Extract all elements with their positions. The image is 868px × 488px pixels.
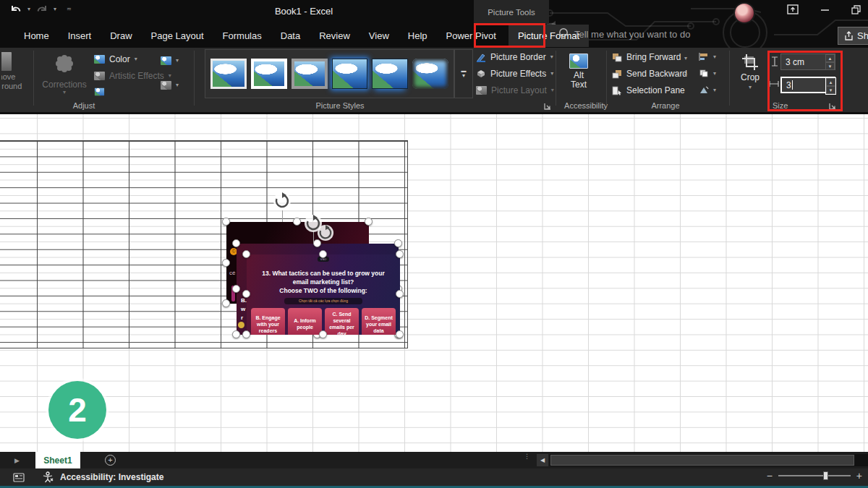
picture-border-icon [476, 53, 486, 62]
selection-handle[interactable] [319, 330, 327, 338]
alt-text-icon [569, 53, 588, 69]
account-avatar[interactable] [733, 2, 755, 24]
undo-icon[interactable] [10, 4, 22, 14]
alt-text-button[interactable]: Alt Text [563, 53, 595, 90]
restore-icon[interactable] [851, 5, 861, 14]
width-spinner[interactable]: ▲▼ [825, 77, 836, 95]
redo-dropdown-icon[interactable]: ▾ [54, 7, 56, 12]
selection-handle[interactable] [293, 218, 301, 226]
selection-handle[interactable] [222, 218, 230, 226]
reset-picture-icon [95, 88, 105, 96]
crop-button[interactable]: Crop ▾ [733, 53, 767, 90]
reset-picture-button[interactable] [94, 87, 105, 96]
bring-forward-button[interactable]: Bring Forward [612, 52, 681, 62]
horizontal-scrollbar-thumb[interactable] [550, 455, 854, 466]
change-picture-button[interactable]: ▾ [161, 81, 179, 90]
accessibility-status[interactable]: Accessibility: Investigate [60, 472, 163, 482]
zoom-out-icon[interactable]: − [767, 470, 773, 481]
selection-handle[interactable] [242, 290, 250, 298]
tab-page-layout[interactable]: Page Layout [142, 25, 213, 47]
send-backward-button[interactable]: Send Backward [612, 69, 687, 79]
picture-styles-dialog-launcher[interactable] [544, 103, 551, 110]
tab-help[interactable]: Help [399, 25, 437, 47]
sheet-tab-sheet1[interactable]: Sheet1 [35, 452, 80, 468]
customize-qat-icon[interactable]: ≂ [67, 7, 72, 12]
selection-handle[interactable] [396, 250, 404, 258]
picture-styles-more-button[interactable]: ▬ ▾ [454, 49, 473, 98]
step-2-annotation: 2 [48, 381, 106, 439]
align-button[interactable]: ▾ [699, 52, 716, 61]
tab-home[interactable]: Home [14, 25, 59, 47]
compress-pictures-button[interactable]: ▾ [161, 56, 179, 65]
ribbon-display-options-icon[interactable] [787, 4, 799, 14]
selection-handle[interactable] [232, 330, 240, 338]
share-label: Sha [857, 30, 868, 41]
corrections-button[interactable]: Corrections ▾ [41, 53, 88, 95]
selection-handle[interactable] [232, 285, 240, 293]
selection-handle[interactable] [222, 259, 230, 267]
add-sheet-icon[interactable]: + [105, 455, 116, 466]
zoom-slider[interactable] [778, 475, 851, 476]
group-button[interactable]: ▾ [699, 69, 716, 78]
selection-handle[interactable] [396, 290, 404, 298]
tab-data[interactable]: Data [271, 25, 310, 47]
tell-me-box[interactable]: Tell me what you want to do [558, 27, 690, 40]
selection-handle[interactable] [242, 330, 250, 338]
rotate-handle[interactable] [273, 192, 292, 210]
picture-effects-button[interactable]: Picture Effects ▾ [476, 69, 553, 79]
tab-insert[interactable]: Insert [59, 25, 101, 47]
tab-view[interactable]: View [359, 25, 399, 47]
rotate-handle[interactable] [317, 224, 334, 241]
undo-dropdown-icon[interactable]: ▾ [27, 7, 30, 12]
artistic-effects-button[interactable]: Artistic Effects ▾ [94, 71, 171, 81]
arrange-group-label: Arrange [622, 101, 709, 110]
selection-handle[interactable] [222, 299, 230, 307]
picture-style-1[interactable] [210, 59, 247, 89]
selection-pane-button[interactable]: Selection Pane [612, 85, 685, 95]
remove-background-button[interactable]: Remove Background [1, 51, 30, 94]
splitter-dots[interactable]: ⋮ [524, 455, 530, 458]
rotate-button[interactable]: ▾ [699, 85, 716, 95]
sheet-nav-icon[interactable]: ▶ [14, 457, 20, 464]
sheet-tab-bar: ▶ Sheet1 + ⋮ ◀ [0, 452, 868, 468]
selection-handle[interactable] [319, 250, 327, 258]
status-bar: Accessibility: Investigate − + [0, 468, 868, 486]
picture-style-2[interactable] [251, 59, 287, 89]
tab-power-pivot[interactable]: Power Pivot [437, 25, 506, 47]
selection-handle[interactable] [242, 250, 250, 258]
picture-style-3[interactable] [292, 59, 328, 89]
color-button[interactable]: Color ▾ [94, 54, 137, 64]
picture-style-5[interactable] [372, 59, 408, 89]
selection-handle[interactable] [365, 218, 373, 226]
picture-style-4[interactable] [332, 59, 368, 89]
align-icon [699, 52, 709, 61]
selection-handle[interactable] [394, 239, 402, 247]
group-objects-icon [699, 69, 709, 78]
size-dialog-launcher[interactable] [829, 103, 836, 110]
selection-handle[interactable] [232, 239, 240, 247]
picture-layout-button[interactable]: Picture Layout ▾ [476, 85, 554, 95]
height-spinner[interactable]: ▲▼ [825, 54, 835, 70]
send-backward-dropdown-icon[interactable]: ▾ [684, 72, 687, 78]
spreadsheet-grid[interactable]: © cé B. w r VSO 13. Wh [0, 114, 868, 452]
redo-icon[interactable] [36, 4, 48, 14]
tab-review[interactable]: Review [310, 25, 359, 47]
macro-record-icon[interactable] [13, 472, 25, 482]
picture-border-button[interactable]: Picture Border ▾ [476, 52, 553, 62]
picture-style-6[interactable] [412, 59, 448, 89]
share-button[interactable]: Sha [838, 27, 868, 45]
adjust-group-label: Adjust [41, 101, 127, 110]
send-backward-icon [612, 69, 622, 79]
bring-forward-dropdown-icon[interactable]: ▾ [684, 56, 687, 61]
ribbon: Remove Background Corrections ▾ Color ▾ … [0, 48, 868, 112]
zoom-slider-thumb[interactable] [823, 471, 828, 480]
tab-formulas[interactable]: Formulas [213, 25, 271, 47]
selection-handle[interactable] [396, 330, 404, 338]
tab-draw[interactable]: Draw [101, 25, 141, 47]
horizontal-scrollbar[interactable] [550, 454, 868, 466]
scroll-left-icon[interactable]: ◀ [537, 454, 548, 466]
minimize-icon[interactable] [820, 5, 830, 14]
picture-layout-icon [476, 86, 487, 95]
picture-front[interactable]: VSO 13. What tactics can be used to grow… [247, 254, 400, 335]
zoom-in-icon[interactable]: + [856, 470, 862, 481]
